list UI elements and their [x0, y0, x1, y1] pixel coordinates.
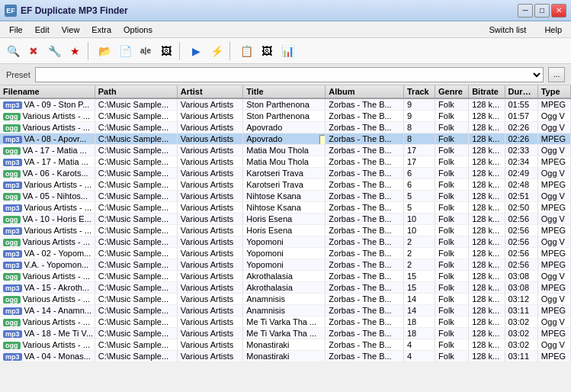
table-row[interactable]: ogg VA - 06 - Karots... C:\Music Sample.…: [0, 168, 571, 179]
table-row[interactable]: mp3 VA - 17 - Matia ... C:\Music Sample.…: [0, 156, 571, 168]
col-header-title[interactable]: Title: [243, 85, 326, 98]
table-row[interactable]: ogg Various Artists - ... C:\Music Sampl…: [0, 111, 571, 122]
cell-duration: 02:56: [505, 225, 537, 236]
image-btn[interactable]: 🖼: [156, 41, 176, 61]
aj-btn[interactable]: a|e: [136, 41, 156, 61]
open-file-btn[interactable]: 📄: [115, 41, 135, 61]
col-header-bitrate[interactable]: Bitrate: [469, 85, 505, 98]
table-row[interactable]: ogg VA - 10 - Horis E... C:\Music Sample…: [0, 214, 571, 225]
cell-track: 2: [403, 248, 435, 259]
table-row[interactable]: ogg Various Artists - ... C:\Music Sampl…: [0, 316, 571, 328]
menu-help[interactable]: Help: [538, 24, 568, 36]
cell-bitrate: 128 k...: [469, 156, 505, 168]
cell-title: Anamnisis: [243, 294, 326, 305]
app-icon: EF: [5, 5, 17, 17]
cell-track: 10: [403, 225, 435, 236]
cell-path: C:\Music Sample...: [95, 168, 177, 179]
cell-title: Yopomoni: [243, 259, 326, 271]
col-header-track[interactable]: Track: [403, 85, 435, 98]
filename-text: Various Artists - ...: [23, 237, 90, 246]
minimize-button[interactable]: ─: [518, 4, 533, 18]
cell-album: Zorbas - The B...: [326, 214, 404, 225]
col-header-filename[interactable]: Filename: [0, 85, 95, 98]
cell-type: Ogg V: [537, 191, 570, 202]
cell-bitrate: 128 k...: [469, 225, 505, 236]
highlight-btn[interactable]: ★: [65, 41, 85, 61]
table-row[interactable]: mp3 Various Artists - ... C:\Music Sampl…: [0, 179, 571, 191]
cell-artist: Various Artists: [177, 191, 242, 202]
cell-album: Zorbas - The B...: [326, 305, 404, 316]
menu-file[interactable]: File: [3, 24, 29, 36]
table-row[interactable]: mp3 VA - 09 - Ston P... C:\Music Sample.…: [0, 98, 571, 111]
cell-artist: Various Artists: [177, 271, 242, 282]
cell-artist: Various Artists: [177, 259, 242, 271]
preset-options-button[interactable]: ...: [548, 67, 565, 82]
menu-options[interactable]: Options: [117, 24, 159, 36]
preset-combo[interactable]: [35, 67, 544, 82]
menu-extra[interactable]: Extra: [85, 24, 117, 36]
table-row[interactable]: mp3 VA - 15 - Akroth... C:\Music Sample.…: [0, 282, 571, 294]
config-btn[interactable]: 🔧: [44, 41, 64, 61]
cell-title: Karotseri Trava: [243, 168, 326, 179]
table-row[interactable]: mp3 VA - 02 - Yopom... C:\Music Sample..…: [0, 248, 571, 259]
filename-text: VA - 17 - Matia ...: [23, 146, 87, 155]
table-row[interactable]: ogg VA - 05 - Nihtos... C:\Music Sample.…: [0, 191, 571, 202]
close-button[interactable]: ✕: [551, 4, 566, 18]
table-row[interactable]: ogg Various Artists - ... C:\Music Sampl…: [0, 271, 571, 282]
cell-type: MPEG: [537, 328, 570, 339]
table-body: mp3 VA - 09 - Ston P... C:\Music Sample.…: [0, 98, 571, 362]
table-row[interactable]: mp3 VA - 08 - Apovr... C:\Music Sample..…: [0, 133, 571, 145]
col-header-genre[interactable]: Genre: [435, 85, 469, 98]
cell-album: Zorbas - The B...: [326, 145, 404, 156]
cell-bitrate: 128 k...: [469, 179, 505, 191]
table-row[interactable]: mp3 Various Artists - ... C:\Music Sampl…: [0, 225, 571, 236]
table-row[interactable]: mp3 VA - 04 - Monas... C:\Music Sample..…: [0, 351, 571, 362]
doc-btn[interactable]: 📋: [236, 41, 256, 61]
cell-artist: Various Artists: [177, 316, 242, 328]
menu-view[interactable]: View: [56, 24, 86, 36]
type-badge: ogg: [3, 342, 21, 349]
cell-duration: 03:02: [505, 328, 537, 339]
menu-switch-list[interactable]: Switch list: [483, 24, 532, 36]
cell-type: MPEG: [537, 202, 570, 214]
table-row[interactable]: ogg Various Artists - ... C:\Music Sampl…: [0, 294, 571, 305]
play-btn[interactable]: ▶: [186, 41, 206, 61]
open-folder-btn[interactable]: 📂: [95, 41, 114, 61]
chart-btn[interactable]: 📊: [277, 41, 297, 61]
lightning-btn[interactable]: ⚡: [207, 41, 226, 61]
col-header-path[interactable]: Path: [95, 85, 177, 98]
toolbar-sep-3: [229, 42, 233, 60]
cell-artist: Various Artists: [177, 111, 242, 122]
col-header-artist[interactable]: Artist: [177, 85, 242, 98]
cell-filename: mp3 V.A. - Yopomon...: [0, 259, 95, 271]
table-row[interactable]: ogg VA - 17 - Matia ... C:\Music Sample.…: [0, 145, 571, 156]
table-row[interactable]: ogg Various Artists - ... C:\Music Sampl…: [0, 236, 571, 248]
cell-genre: Folk: [435, 179, 469, 191]
cell-genre: Folk: [435, 214, 469, 225]
menu-edit[interactable]: Edit: [29, 24, 56, 36]
col-header-duration[interactable]: Dur…: [505, 85, 537, 98]
cell-track: 10: [403, 214, 435, 225]
table-row[interactable]: mp3 V.A. - Yopomon... C:\Music Sample...…: [0, 259, 571, 271]
col-header-album[interactable]: Album: [326, 85, 404, 98]
maximize-button[interactable]: □: [534, 4, 550, 18]
cell-duration: 02:56: [505, 248, 537, 259]
table-row[interactable]: mp3 VA - 18 - Me Ti V... C:\Music Sample…: [0, 328, 571, 339]
stop-btn[interactable]: ✖: [24, 41, 43, 61]
cell-album: Zorbas - The B...: [326, 328, 404, 339]
table-row[interactable]: ogg Various Artists - ... C:\Music Sampl…: [0, 122, 571, 133]
cell-title: Akrothalasia: [243, 282, 326, 294]
col-header-type[interactable]: Type: [537, 85, 570, 98]
photo-btn[interactable]: 🖼: [257, 41, 277, 61]
cell-track: 2: [403, 236, 435, 248]
table-row[interactable]: mp3 VA - 14 - Anamn... C:\Music Sample..…: [0, 305, 571, 316]
cell-artist: Various Artists: [177, 305, 242, 316]
table-row[interactable]: mp3 Various Artists - ... C:\Music Sampl…: [0, 202, 571, 214]
cell-bitrate: 128 k...: [469, 305, 505, 316]
cell-genre: Folk: [435, 168, 469, 179]
cell-path: C:\Music Sample...: [95, 111, 177, 122]
cell-album: Zorbas - The B...: [326, 339, 404, 351]
cell-artist: Various Artists: [177, 236, 242, 248]
table-row[interactable]: ogg Various Artists - ... C:\Music Sampl…: [0, 339, 571, 351]
search-btn[interactable]: 🔍: [3, 41, 23, 61]
